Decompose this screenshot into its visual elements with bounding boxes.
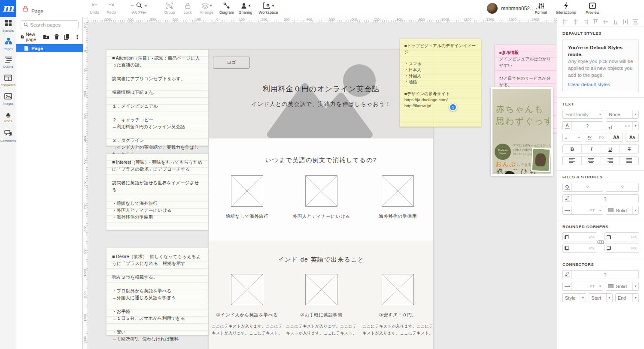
page-list-item-selected[interactable]: Page <box>16 44 83 52</box>
zoom-in-button[interactable]: + <box>144 3 148 9</box>
card-caption[interactable]: 通訳なしで海外旅行 <box>226 214 269 220</box>
card-caption[interactable]: 外国人とディナーにいける <box>293 214 350 220</box>
zoom-lens-icon[interactable] <box>136 2 142 9</box>
underline-button[interactable]: U <box>601 145 620 153</box>
diagram-button[interactable]: Diagram <box>217 2 237 15</box>
uppercase-button[interactable]: AA <box>610 133 623 142</box>
undo-button[interactable]: Undo <box>87 2 102 15</box>
letter-spacing-input[interactable]: AV PX <box>585 133 607 142</box>
sticky-note-attention[interactable]: ■ Attention（注目）- 認知：商品ページに入った直後の話。 訪問者にア… <box>106 49 209 146</box>
new-page-button[interactable]: New page <box>21 32 38 42</box>
zoom-out-button[interactable]: − <box>131 3 134 9</box>
font-color-icon[interactable]: A <box>563 122 572 130</box>
card-body-text[interactable]: ここにテキストが入ります。ここにテキストが入ります。ここにテキスト。 <box>285 323 358 337</box>
wireframe-card[interactable]: 通訳なしで海外旅行 <box>210 175 285 220</box>
group-button[interactable]: Group <box>161 2 178 15</box>
interactions-button[interactable]: Interactions <box>552 2 580 15</box>
italic-button[interactable]: I <box>581 145 600 153</box>
sidebar-item-pages[interactable]: Pages <box>0 36 16 54</box>
wireframe-section-features[interactable]: インド de 英語で出来ること ①インド人から英語を学べる ここにテキストが入り… <box>209 241 433 349</box>
delete-page-button[interactable] <box>54 34 59 40</box>
distribute-vertical-icon[interactable] <box>632 19 638 25</box>
search-pages-input[interactable] <box>30 22 73 27</box>
chevron-down-icon[interactable]: ▾ <box>576 133 582 141</box>
card-body-text[interactable]: ここにテキストが入ります。ここにテキストが入ります。ここにテキスト。 <box>211 323 284 337</box>
font-family-select[interactable]: Font family ▾ <box>562 110 603 119</box>
sharing-button[interactable]: ▾ Sharing <box>236 2 255 15</box>
wireframe-hero-subtitle[interactable]: インド人との英会話で、実践力を伸ばしちゃおう！ <box>209 100 433 108</box>
sidebar-item-images[interactable]: Images <box>0 91 16 109</box>
corner-top-left-input[interactable]: PX <box>562 232 597 241</box>
pencil-icon[interactable] <box>563 271 572 279</box>
wireframe-card[interactable]: ②お手軽に英語学習 ここにテキストが入ります。ここにテキストが入ります。ここにテ… <box>284 274 359 337</box>
section-title[interactable]: いつまで英語の例文で消耗してるの? <box>209 156 433 164</box>
align-top-icon[interactable] <box>592 19 598 25</box>
chevron-down-icon[interactable]: ▾ <box>632 206 638 214</box>
stroke-width-input[interactable]: PT ▾ <box>562 206 603 215</box>
font-weight-select[interactable]: None ▾ <box>606 110 639 119</box>
chevron-down-icon[interactable]: ▾ <box>632 110 638 118</box>
text-align-right-button[interactable] <box>601 156 620 165</box>
sidebar-item-comments[interactable]: Comments <box>0 128 16 146</box>
chevron-down-icon[interactable]: ▾ <box>597 206 603 214</box>
strikethrough-button[interactable]: T <box>620 145 638 153</box>
sidebar-item-templates[interactable]: Templates <box>0 72 16 91</box>
wireframe-card[interactable]: ①インド人から英語を学べる ここにテキストが入ります。ここにテキストが入ります。… <box>210 274 285 337</box>
reference-image-baby-carrier[interactable]: 赤ちゃんも 思わずぐっす Made in Japan ママにも赤ちゃんにもぴった… <box>491 87 553 176</box>
sidebar-item-icons[interactable]: ♣ Icons <box>0 109 16 128</box>
paint-bucket-icon[interactable] <box>563 183 572 191</box>
wireframe-card[interactable]: 外国人とディナーにいける <box>284 175 359 220</box>
horizontal-ruler[interactable]: -500-400-300-200-10001002003004005006007… <box>88 17 557 22</box>
preview-button[interactable]: Preview <box>582 2 603 15</box>
stroke-style-select[interactable]: Solid ▾ <box>606 206 639 215</box>
card-caption[interactable]: 海外移住の準備用 <box>379 214 416 220</box>
sticky-note-top-visual[interactable]: ■トップビジュアルのデザインイメージ ・スマホ ・日本人 ・外国人 ・通話 ■デ… <box>400 39 481 127</box>
connector-start-select[interactable]: Start ▾ <box>589 293 612 302</box>
wireframe-section-problem[interactable]: いつまで英語の例文で消耗してるの? 通訳なしで海外旅行 外国人とディナーにいける… <box>209 138 433 241</box>
chevron-down-icon[interactable]: ▾ <box>597 282 603 290</box>
wireframe-hero-title[interactable]: 利用料金０円のオンライン英会話 <box>209 84 433 94</box>
wireframe-card[interactable]: 海外移住の準備用 <box>360 175 435 220</box>
corner-bottom-right-input[interactable]: PX <box>605 244 639 253</box>
align-center-horizontal-icon[interactable] <box>573 19 579 25</box>
chevron-down-icon[interactable]: ▾ <box>580 294 586 302</box>
chevron-down-icon[interactable]: ▾ <box>632 122 638 130</box>
clear-default-styles-link[interactable]: Clear default styles <box>568 82 610 87</box>
connector-end-select[interactable]: End ▾ <box>615 293 639 302</box>
chevron-down-icon[interactable]: ▾ <box>606 294 612 302</box>
card-caption[interactable]: ②お手軽に英語学習 <box>300 312 342 318</box>
design-canvas[interactable]: ロゴ 利用料金０円のオンライン英会話 インド人との英会話で、実践力を伸ばしちゃお… <box>88 22 557 349</box>
redo-button[interactable]: Redo <box>103 2 119 15</box>
align-right-icon[interactable] <box>583 19 589 25</box>
workspace-button[interactable]: ▾ Workspace <box>256 2 281 15</box>
card-caption[interactable]: ①インド人から英語を学べる <box>216 312 278 318</box>
sidebar-item-outline[interactable]: Outline <box>0 54 16 72</box>
card-body-text[interactable]: ここにテキストが入ります。ここにテキストが入ります。ここにテキスト。 <box>361 323 434 337</box>
sticky-note-desire[interactable]: ■ Desire（欲求）- 欲しくなってもらえるように「プラスになれる」根拠を示… <box>106 248 209 335</box>
arrange-button[interactable]: ▾ Arrange <box>197 2 216 15</box>
vertical-ruler[interactable]: -100010020030040050060070080090010001100… <box>83 22 88 349</box>
duplicate-page-button[interactable] <box>64 34 70 40</box>
text-align-left-button[interactable] <box>563 156 581 165</box>
font-size-input[interactable]: TT PX ▾ <box>606 121 639 130</box>
sidebar-item-stencils[interactable]: Stencils <box>0 17 16 36</box>
align-bottom-icon[interactable] <box>613 19 619 25</box>
bold-button[interactable]: B <box>563 145 581 153</box>
pencil-icon[interactable] <box>563 195 572 203</box>
wireframe-card[interactable]: ③安すぎ！０円。 ここにテキストが入ります。ここにテキストが入ります。ここにテキ… <box>360 274 435 337</box>
wireframe-logo-button[interactable]: ロゴ <box>213 57 250 69</box>
lock-button[interactable]: Lock <box>180 2 195 15</box>
corner-top-right-input[interactable]: PX <box>605 232 639 241</box>
align-middle-vertical-icon[interactable] <box>603 19 609 25</box>
connector-style-select[interactable]: Solid ▾ <box>606 282 639 291</box>
font-color-input[interactable]: A ? <box>562 121 603 130</box>
comment-marker-1[interactable]: 1 <box>449 103 457 111</box>
fill-color-input[interactable]: ? <box>562 183 603 192</box>
sticky-note-interest[interactable]: ■ Interest（興味）- 興味をもってもらうために「プラスの欲求」にアプロ… <box>106 153 209 230</box>
distribute-horizontal-icon[interactable] <box>623 19 629 25</box>
link-corners-icon[interactable] <box>597 240 604 245</box>
pages-more-button[interactable]: ⋮ <box>74 34 80 40</box>
format-button[interactable]: Format <box>532 2 550 15</box>
chevron-down-icon[interactable]: ▾ <box>632 282 638 290</box>
new-folder-button[interactable] <box>43 34 49 39</box>
